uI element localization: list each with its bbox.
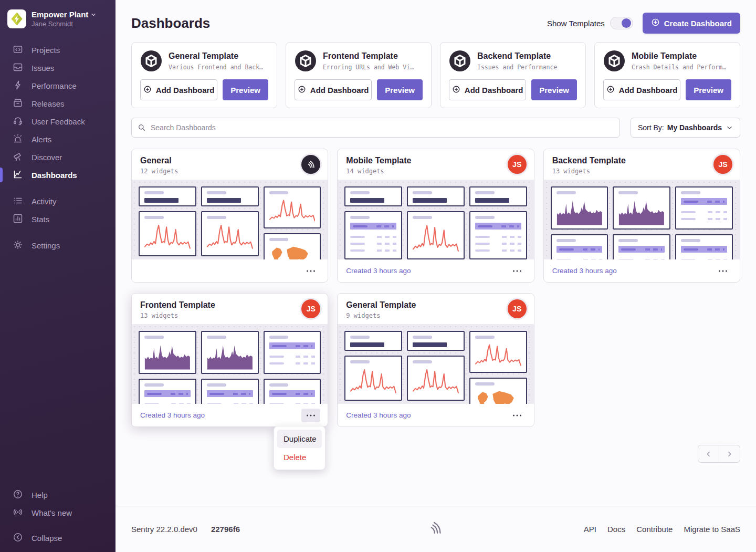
sidebar-item-help[interactable]: Help [0,486,116,504]
search-row: Sort By: My Dashboards [131,118,740,138]
footer-link-api[interactable]: API [584,525,596,534]
dashboard-title[interactable]: General [140,156,319,165]
preview-button[interactable]: Preview [531,79,577,100]
bignum-widget-thumb [407,186,465,206]
dashboard-card: Mobile Template14 widgetsJSCreated 3 hou… [337,149,534,283]
bignum-widget-thumb [469,186,527,206]
page-header: Dashboards Show Templates Create Dashboa… [131,13,740,34]
add-dashboard-button[interactable]: Add Dashboard [140,79,217,100]
footer-links: APIDocsContributeMigrate to SaaS [584,525,740,534]
sidebar-item-label: Issues [32,64,54,72]
footer-link-migrate-to-saas[interactable]: Migrate to SaaS [684,525,740,534]
activity-icon [13,195,23,207]
search-icon [138,123,146,132]
preview-button[interactable]: Preview [686,79,731,100]
dashboard-avatar-user[interactable]: JS [508,155,527,174]
sidebar-item-user-feedback[interactable]: User Feedback [0,112,116,130]
dashboard-more-button[interactable] [301,264,320,278]
pagination-next-button[interactable] [719,445,740,463]
sidebar-item-label: User Feedback [32,117,85,126]
footer-link-docs[interactable]: Docs [607,525,625,534]
sidebar-item-releases[interactable]: Releases [0,95,116,112]
dashboard-avatar-user[interactable]: JS [508,299,527,318]
template-description: Erroring URLs and Web Vi… [323,64,414,71]
sidebar-item-activity[interactable]: Activity [0,192,116,210]
dashboard-title[interactable]: General Template [346,300,525,310]
map-widget-thumb [469,378,527,404]
sidebar-item-performance[interactable]: Performance [0,77,116,95]
projects-icon [13,44,23,56]
releases-icon [13,98,23,110]
dashboard-widget-count: 12 widgets [140,168,319,175]
create-dashboard-button[interactable]: Create Dashboard [643,13,740,34]
dashboard-created-label: Created 3 hours ago [552,267,617,275]
bignum-widget-thumb [139,186,196,206]
sidebar-item-issues[interactable]: Issues [0,59,116,77]
show-templates-toggle[interactable] [610,17,633,29]
context-menu-item-delete[interactable]: Delete [277,448,322,466]
dashboard-preview[interactable] [132,324,328,404]
collapse-icon [13,532,23,544]
org-switcher[interactable]: Empower Plant Jane Schmidt [0,0,116,35]
footer-build-hash: 22796f6 [211,525,240,534]
dashboard-avatar-user[interactable]: JS [713,155,732,174]
sidebar-item-label: Collapse [32,534,62,543]
sidebar-item-discover[interactable]: Discover [0,148,116,166]
dashboard-preview[interactable] [132,180,328,259]
sidebar-item-settings[interactable]: Settings [0,236,116,254]
preview-button[interactable]: Preview [223,79,268,100]
template-description: Issues and Performance [477,64,557,71]
sidebar-item-label: Alerts [32,135,51,144]
dashboard-title[interactable]: Mobile Template [346,156,525,165]
sidebar-item-label: What's new [32,508,72,517]
sidebar: Empower Plant Jane Schmidt ProjectsIssue… [0,0,116,552]
sentry-logo-icon [428,520,444,538]
plus-circle-icon [606,85,615,95]
template-description: Various Frontend and Back… [169,64,263,71]
dashboard-preview[interactable] [338,180,533,259]
sort-by-dropdown[interactable]: Sort By: My Dashboards [631,118,740,138]
dashboard-preview[interactable] [338,324,533,404]
sidebar-item-collapse[interactable]: Collapse [0,529,116,547]
org-text: Empower Plant Jane Schmidt [32,10,97,28]
context-menu-item-duplicate[interactable]: Duplicate [277,430,322,448]
sidebar-item-alerts[interactable]: Alerts [0,130,116,148]
show-templates-toggle-row: Show Templates [547,17,633,29]
table-widget-thumb [344,211,402,259]
bignum-widget-thumb [344,186,402,206]
content: Dashboards Show Templates Create Dashboa… [116,0,756,506]
map-widget-thumb [264,233,321,259]
dashboard-title[interactable]: Frontend Template [140,300,319,310]
preview-button[interactable]: Preview [377,79,423,100]
dashboard-preview[interactable] [544,180,740,259]
line-widget-thumb [407,356,465,401]
sidebar-item-projects[interactable]: Projects [0,41,116,59]
sidebar-item-stats[interactable]: Stats [0,210,116,228]
table-widget-thumb [264,379,321,404]
footer-link-contribute[interactable]: Contribute [636,525,673,534]
sidebar-item-dashboards[interactable]: Dashboards [0,166,116,184]
add-dashboard-button[interactable]: Add Dashboard [603,79,680,100]
add-dashboard-label: Add Dashboard [310,86,369,95]
pagination-prev-button[interactable] [698,445,719,463]
line-widget-thumb [264,186,321,228]
table-widget-thumb [139,379,196,404]
org-name[interactable]: Empower Plant [32,10,97,19]
template-cards-row: General TemplateVarious Frontend and Bac… [131,42,740,108]
chevron-down-icon [726,124,733,131]
dashboard-card: Frontend Template13 widgetsJSCreated 3 h… [131,293,328,427]
dashboard-more-button[interactable] [713,264,732,278]
add-dashboard-button[interactable]: Add Dashboard [449,79,526,100]
dashboard-more-button[interactable] [508,409,527,422]
add-dashboard-button[interactable]: Add Dashboard [295,79,372,100]
user-name: Jane Schmidt [32,20,97,28]
search-input[interactable] [131,118,620,138]
pagination [131,445,740,463]
dashboard-title[interactable]: Backend Template [552,156,731,165]
template-card: General TemplateVarious Frontend and Bac… [131,42,277,108]
sidebar-item-what-s-new[interactable]: What's new [0,504,116,522]
dashboard-more-button[interactable] [508,264,527,278]
dashboard-more-button[interactable] [301,409,320,422]
template-card: Mobile TemplateCrash Details and Perform… [594,42,740,108]
template-cube-icon [140,50,162,72]
